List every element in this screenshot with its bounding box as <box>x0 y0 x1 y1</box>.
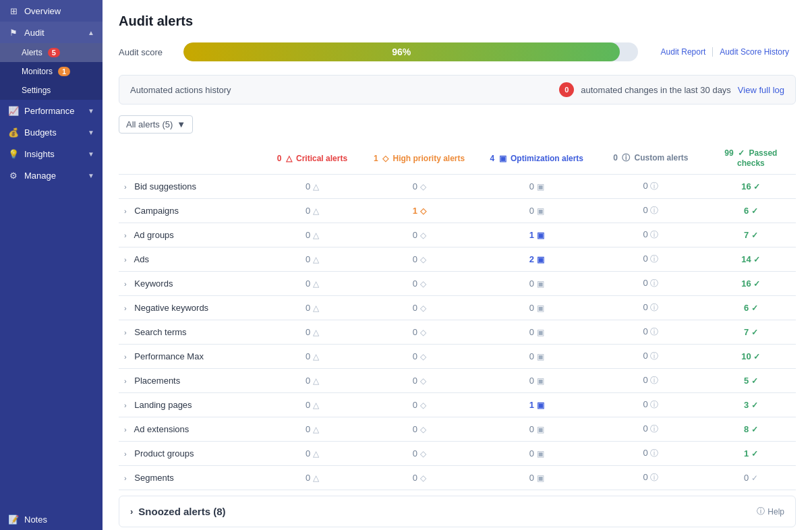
row-custom-cell: 0 ⓘ <box>596 320 706 345</box>
performance-icon: 📈 <box>8 105 19 116</box>
passed-row-icon: ✓ <box>751 328 758 337</box>
critical-row-icon: △ <box>313 473 319 483</box>
row-expand-icon[interactable]: › <box>124 328 127 336</box>
snoozed-bar[interactable]: › Snoozed alerts (8) ⓘ Help <box>119 496 796 527</box>
table-row[interactable]: › Ad groups 0 △ 0 ◇ 1 ▣ 0 ⓘ 7 ✓ <box>119 223 796 247</box>
row-high-cell: 0 ◇ <box>361 272 478 296</box>
row-expand-icon[interactable]: › <box>124 256 127 264</box>
sidebar-item-monitors[interactable]: Monitors 1 <box>0 62 103 81</box>
row-opt-cell: 0 ▣ <box>478 417 596 442</box>
high-row-icon: ◇ <box>420 231 426 240</box>
row-custom-cell: 0 ⓘ <box>596 417 706 442</box>
high-row-icon: ◇ <box>420 279 426 289</box>
opt-row-icon: ▣ <box>537 376 544 386</box>
table-row[interactable]: › Bid suggestions 0 △ 0 ◇ 0 ▣ 0 ⓘ 16 ✓ <box>119 175 796 199</box>
table-row[interactable]: › Negative keywords 0 △ 0 ◇ 0 ▣ 0 ⓘ 6 ✓ <box>119 296 796 320</box>
row-custom-count: 0 <box>643 254 647 264</box>
automated-actions-bar: Automated actions history 0 automated ch… <box>119 75 796 105</box>
custom-row-icon: ⓘ <box>650 206 658 215</box>
table-row[interactable]: › Product groups 0 △ 0 ◇ 0 ▣ 0 ⓘ 1 ✓ <box>119 442 796 466</box>
row-opt-cell: 0 ▣ <box>478 272 596 296</box>
view-full-log-link[interactable]: View full log <box>738 85 784 95</box>
performance-label: Performance <box>24 106 82 116</box>
row-passed-cell: 14 ✓ <box>706 247 796 272</box>
sidebar-item-notes[interactable]: 📝 Notes <box>0 508 103 530</box>
row-name-cell: › Keywords <box>119 272 264 296</box>
row-expand-icon[interactable]: › <box>124 304 127 312</box>
table-row[interactable]: › Search terms 0 △ 0 ◇ 0 ▣ 0 ⓘ 7 ✓ <box>119 320 796 345</box>
row-critical-count: 0 <box>306 351 310 361</box>
audit-submenu: Alerts 5 Monitors 1 Settings <box>0 43 103 100</box>
table-row[interactable]: › Placements 0 △ 0 ◇ 0 ▣ 0 ⓘ 5 ✓ <box>119 369 796 393</box>
sidebar-item-overview[interactable]: ⊞ Overview <box>0 0 103 22</box>
row-high-cell: 0 ◇ <box>361 320 478 345</box>
high-count: 1 <box>374 154 378 163</box>
row-expand-icon[interactable]: › <box>124 353 127 361</box>
sidebar-item-settings[interactable]: Settings <box>0 81 103 100</box>
row-critical-cell: 0 △ <box>264 442 360 466</box>
row-expand-icon[interactable]: › <box>124 401 127 409</box>
sidebar-item-manage[interactable]: ⚙ Manage ▼ <box>0 165 103 186</box>
opt-row-icon: ▣ <box>537 255 544 264</box>
sidebar-item-audit[interactable]: ⚑ Audit ▲ <box>0 22 103 43</box>
row-expand-icon[interactable]: › <box>124 450 127 458</box>
row-critical-count: 0 <box>306 400 310 410</box>
opt-row-icon: ▣ <box>537 425 544 434</box>
row-high-count: 0 <box>413 424 417 434</box>
sidebar-item-insights[interactable]: 💡 Insights ▼ <box>0 143 103 165</box>
row-expand-icon[interactable]: › <box>124 280 127 288</box>
row-expand-icon[interactable]: › <box>124 183 127 191</box>
audit-score-history-link[interactable]: Audit Score History <box>713 47 796 57</box>
sidebar-item-budgets[interactable]: 💰 Budgets ▼ <box>0 121 103 143</box>
row-expand-icon[interactable]: › <box>124 425 127 434</box>
table-row[interactable]: › Keywords 0 △ 0 ◇ 0 ▣ 0 ⓘ 16 ✓ <box>119 272 796 296</box>
row-opt-count: 0 <box>529 448 534 459</box>
opt-row-icon: ▣ <box>537 328 544 337</box>
opt-row-icon: ▣ <box>537 279 544 289</box>
table-row[interactable]: › Ad extensions 0 △ 0 ◇ 0 ▣ 0 ⓘ 8 ✓ <box>119 417 796 442</box>
row-high-count: 0 <box>413 327 417 337</box>
row-high-count: 0 <box>413 376 417 386</box>
sidebar-item-alerts[interactable]: Alerts 5 <box>0 43 103 62</box>
row-custom-cell: 0 ⓘ <box>596 466 706 490</box>
table-row[interactable]: › Campaigns 0 △ 1 ◇ 0 ▣ 0 ⓘ 6 ✓ <box>119 199 796 223</box>
opt-row-icon: ▣ <box>537 401 544 410</box>
row-critical-count: 0 <box>306 473 310 483</box>
help-circle-icon: ⓘ <box>757 506 765 517</box>
passed-row-icon: ✓ <box>751 206 758 216</box>
row-passed-cell: 3 ✓ <box>706 393 796 417</box>
sidebar-item-performance[interactable]: 📈 Performance ▼ <box>0 100 103 121</box>
opt-row-icon: ▣ <box>537 182 544 192</box>
row-name: Ad extensions <box>134 424 190 434</box>
table-row[interactable]: › Performance Max 0 △ 0 ◇ 0 ▣ 0 ⓘ 10 ✓ <box>119 345 796 369</box>
row-expand-icon[interactable]: › <box>124 377 127 385</box>
high-row-icon: ◇ <box>420 401 426 410</box>
critical-count: 0 <box>277 154 282 163</box>
row-opt-cell: 0 ▣ <box>478 466 596 490</box>
custom-label: Custom alerts <box>635 153 689 163</box>
row-expand-icon[interactable]: › <box>124 207 127 215</box>
audit-report-link[interactable]: Audit Report <box>654 47 713 57</box>
passed-check-icon: ✓ <box>738 148 745 158</box>
row-name: Product groups <box>134 448 194 459</box>
row-expand-icon[interactable]: › <box>124 474 127 482</box>
chevron-down2-icon: ▼ <box>88 129 94 136</box>
row-custom-count: 0 <box>643 278 647 288</box>
row-name-cell: › Ads <box>119 247 264 272</box>
row-high-count: 0 <box>413 230 417 240</box>
table-row[interactable]: › Landing pages 0 △ 0 ◇ 1 ▣ 0 ⓘ 3 ✓ <box>119 393 796 417</box>
alerts-filter-dropdown[interactable]: All alerts (5) ▼ <box>119 115 193 134</box>
row-high-cell: 0 ◇ <box>361 442 478 466</box>
table-row[interactable]: › Ads 0 △ 0 ◇ 2 ▣ 0 ⓘ 14 ✓ <box>119 247 796 272</box>
row-opt-cell: 0 ▣ <box>478 199 596 223</box>
audit-score-row: Audit score 96% Audit Report Audit Score… <box>119 42 796 61</box>
opt-row-icon: ▣ <box>537 231 544 240</box>
row-high-count: 0 <box>413 400 417 410</box>
passed-count: 99 <box>724 148 733 158</box>
row-custom-cell: 0 ⓘ <box>596 175 706 199</box>
custom-row-icon: ⓘ <box>650 181 658 191</box>
row-expand-icon[interactable]: › <box>124 231 127 239</box>
row-high-count: 0 <box>413 473 417 483</box>
row-passed-cell: 7 ✓ <box>706 223 796 247</box>
table-row[interactable]: › Segments 0 △ 0 ◇ 0 ▣ 0 ⓘ 0 ✓ <box>119 466 796 490</box>
